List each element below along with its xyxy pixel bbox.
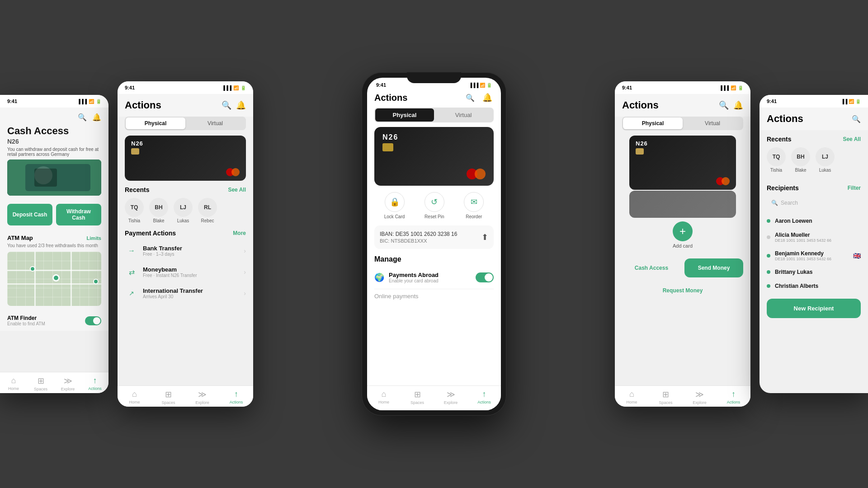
actions-header-far-right: Actions 🔍 bbox=[760, 108, 868, 130]
add-card-label: Add card bbox=[673, 243, 693, 249]
search-icon[interactable]: 🔍 bbox=[78, 113, 87, 122]
recipients-search[interactable]: 🔍 Search bbox=[767, 196, 861, 210]
nav-actions-right[interactable]: ↑ Actions bbox=[717, 389, 750, 405]
cash-access-subtitle: N26 bbox=[7, 138, 101, 145]
cash-image bbox=[7, 160, 101, 196]
map-road-v1 bbox=[34, 252, 36, 306]
nav-explore-right[interactable]: ≫ Explore bbox=[683, 389, 717, 405]
virtual-tab-left[interactable]: Virtual bbox=[185, 117, 245, 129]
recipient-christian[interactable]: Christian Alberts bbox=[767, 279, 861, 293]
see-all-left[interactable]: See All bbox=[228, 187, 246, 193]
atm-section: ATM Map Limits You have used 2/3 free wi… bbox=[0, 230, 108, 310]
nav-explore-center[interactable]: ≫ Explore bbox=[434, 389, 467, 405]
actions-icon-r: ↑ bbox=[731, 389, 736, 399]
lock-card-action[interactable]: 🔒 Lock Card bbox=[384, 192, 405, 219]
international-name: International Transfer bbox=[143, 287, 239, 294]
avatar-bh-fr[interactable]: BH Blake bbox=[791, 147, 810, 173]
center-physical-tab[interactable]: Physical bbox=[375, 108, 434, 122]
svg-rect-3 bbox=[34, 169, 57, 187]
atm-limits[interactable]: Limits bbox=[87, 235, 101, 241]
bell-icon-center[interactable]: 🔔 bbox=[481, 91, 494, 104]
avatar-lj-left[interactable]: LJ Lukas bbox=[174, 198, 193, 223]
status-bar-far-right: 9:41 ▐▐ 📶 🔋 bbox=[760, 95, 868, 108]
actions-label-l: Actions bbox=[230, 400, 243, 404]
cash-access-content: 🔍 🔔 Cash Access N26 You can withdraw and… bbox=[0, 108, 108, 393]
recipient-brittany[interactable]: Brittany Lukas bbox=[767, 265, 861, 279]
recipient-dot-brittany bbox=[767, 270, 770, 274]
share-icon[interactable]: ⬆ bbox=[481, 232, 488, 242]
payment-international[interactable]: ↗ International Transfer Arrives April 3… bbox=[125, 283, 246, 304]
nav-home-left[interactable]: ⌂ Home bbox=[118, 389, 151, 405]
bank-transfer-arrow: › bbox=[244, 247, 246, 254]
nav-explore-left[interactable]: ≫ Explore bbox=[185, 389, 219, 405]
nav-spaces-left[interactable]: ⊞ Spaces bbox=[151, 389, 185, 405]
moneybeam-name: Moneybeam bbox=[143, 266, 239, 273]
bell-icon-right[interactable]: 🔔 bbox=[733, 100, 743, 110]
right-card-chip bbox=[636, 148, 644, 155]
nav-home-far-left[interactable]: ⌂ Home bbox=[0, 376, 27, 391]
status-icons-left: ▐▐▐ 📶 🔋 bbox=[222, 85, 246, 90]
search-icon-center[interactable]: 🔍 bbox=[464, 91, 476, 104]
cash-access-description: You can withdraw and deposit cash for fr… bbox=[7, 147, 101, 157]
request-money-button[interactable]: Request Money bbox=[629, 282, 736, 299]
avatar-tq-left[interactable]: TQ Tishia bbox=[125, 198, 144, 223]
card-actions-row-center: 🔒 Lock Card ↺ Reset Pin ✉ Reorder bbox=[367, 192, 501, 225]
bell-icon[interactable]: 🔔 bbox=[92, 113, 101, 122]
reset-pin-action[interactable]: ↺ Reset Pin bbox=[425, 192, 444, 219]
nav-actions-left[interactable]: ↑ Actions bbox=[219, 389, 253, 405]
new-recipient-button[interactable]: New Recipient bbox=[767, 299, 861, 318]
filter-link[interactable]: Filter bbox=[848, 185, 861, 191]
nav-home-center[interactable]: ⌂ Home bbox=[367, 389, 401, 405]
physical-tab-right[interactable]: Physical bbox=[623, 117, 683, 129]
payments-abroad-toggle[interactable] bbox=[476, 272, 494, 282]
avatar-tq-fr[interactable]: TQ Tishia bbox=[767, 147, 786, 173]
avatar-rl-left[interactable]: RL Rebec bbox=[198, 198, 217, 223]
avatar-bh-left[interactable]: BH Blake bbox=[149, 198, 168, 223]
more-link-left[interactable]: More bbox=[233, 230, 246, 236]
virtual-tab-right[interactable]: Virtual bbox=[683, 117, 742, 129]
atm-map-title: ATM Map bbox=[7, 235, 33, 241]
see-all-far-right[interactable]: See All bbox=[843, 136, 861, 142]
withdraw-cash-button[interactable]: Withdraw Cash bbox=[56, 204, 101, 225]
iban-details: IBAN: DE35 1001 2620 3238 16 BIC: NTSBDE… bbox=[380, 231, 457, 244]
nav-actions-center[interactable]: ↑ Actions bbox=[467, 389, 501, 405]
add-card-button[interactable]: + bbox=[673, 221, 693, 241]
atm-toggle[interactable] bbox=[85, 316, 101, 325]
recents-far-right: Recents See All TQ Tishia BH Blake LJ Lu… bbox=[760, 130, 868, 184]
search-icon-left[interactable]: 🔍 bbox=[222, 100, 231, 110]
physical-tab-left[interactable]: Physical bbox=[126, 117, 185, 129]
avatar-lj-fr[interactable]: LJ Lukas bbox=[816, 147, 835, 173]
nav-spaces-center[interactable]: ⊞ Spaces bbox=[401, 389, 434, 405]
action-header-icons: 🔍 🔔 bbox=[222, 100, 246, 110]
payment-moneybeam[interactable]: ⇄ Moneybeam Free · Instant N26 Transfer … bbox=[125, 262, 246, 283]
search-icon-right[interactable]: 🔍 bbox=[719, 100, 729, 110]
cash-access-button[interactable]: Cash Access bbox=[622, 258, 681, 277]
map-road-h1 bbox=[7, 270, 101, 271]
payment-section-left: Payment Actions More → Bank Transfer Fre… bbox=[118, 230, 253, 304]
payment-bank-transfer[interactable]: → Bank Transfer Free · 1–3 days › bbox=[125, 240, 246, 262]
status-icons-far-right: ▐▐ 📶 🔋 bbox=[841, 99, 861, 104]
recipient-benjamin[interactable]: Benjamin Kennedy DE18 1001 1001 3453 543… bbox=[767, 247, 861, 265]
center-phone-wrapper: 9:41 ▐▐▐ 📶 🔋 Actions 🔍 🔔 Physical Virtua… bbox=[362, 72, 506, 416]
recipient-info-alicia: Alicia Mueller DE18 1001 1001 3453 5432 … bbox=[775, 232, 861, 243]
nav-spaces-right[interactable]: ⊞ Spaces bbox=[649, 389, 683, 405]
time-right: 9:41 bbox=[622, 85, 632, 90]
deposit-cash-button[interactable]: Deposit Cash bbox=[7, 204, 52, 225]
bell-icon-left[interactable]: 🔔 bbox=[236, 100, 246, 110]
nav-actions-far-left[interactable]: ↑ Actions bbox=[81, 376, 108, 391]
phone-frame-center: 9:41 ▐▐▐ 📶 🔋 Actions 🔍 🔔 Physical Virtua… bbox=[362, 72, 506, 416]
lock-card-label: Lock Card bbox=[384, 214, 405, 219]
nav-home-right[interactable]: ⌂ Home bbox=[615, 389, 649, 405]
send-money-button[interactable]: Send Money bbox=[684, 258, 743, 277]
nav-explore-far-left[interactable]: ≫ Explore bbox=[54, 376, 81, 391]
card-toggle-right: Physical Virtual bbox=[622, 117, 743, 130]
recipient-aaron[interactable]: Aaron Loewen bbox=[767, 214, 861, 228]
center-virtual-tab[interactable]: Virtual bbox=[434, 108, 493, 122]
right-card-mc bbox=[716, 177, 730, 185]
nav-spaces-far-left[interactable]: ⊞ Spaces bbox=[27, 376, 54, 391]
mc-orange-left bbox=[231, 168, 240, 176]
recipient-alicia[interactable]: Alicia Mueller DE18 1001 1001 3453 5432 … bbox=[767, 228, 861, 247]
search-icon-far-right[interactable]: 🔍 bbox=[852, 115, 861, 123]
add-card-container: + Add card bbox=[615, 221, 750, 249]
reorder-action[interactable]: ✉ Reorder bbox=[464, 192, 484, 219]
